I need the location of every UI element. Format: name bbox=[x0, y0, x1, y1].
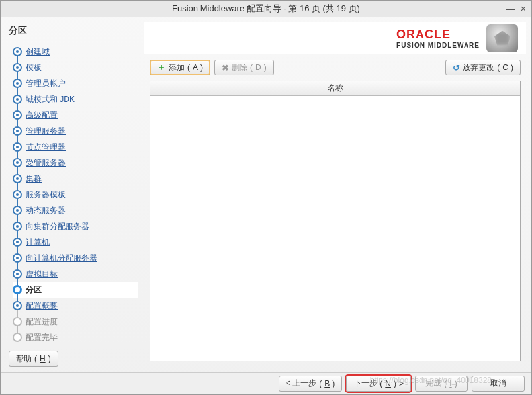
nav-step-15: 分区 bbox=[13, 282, 138, 298]
nav-bullet-icon bbox=[13, 269, 22, 279]
nav-label: 分区 bbox=[26, 285, 42, 296]
nav-bullet-icon bbox=[13, 47, 22, 56]
minimize-icon[interactable]: — bbox=[506, 3, 515, 14]
finish-button: 完成(I) bbox=[415, 376, 468, 392]
nav-step-1[interactable]: 模板 bbox=[13, 60, 138, 75]
nav-step-13[interactable]: 向计算机分配服务器 bbox=[13, 250, 138, 266]
toolbar: ＋ 添加(A) ✖ 删除(D) ↺ 放弃更改(C) bbox=[144, 54, 526, 81]
nav-label: 高级配置 bbox=[26, 110, 58, 121]
nav-step-2[interactable]: 管理员帐户 bbox=[13, 75, 138, 91]
nav-label: 管理员帐户 bbox=[26, 78, 66, 89]
nav-bullet-icon bbox=[13, 253, 22, 263]
nav-bullet-icon bbox=[13, 238, 22, 247]
nav-step-12[interactable]: 计算机 bbox=[13, 234, 138, 250]
oracle-pentagon-icon bbox=[486, 24, 518, 52]
nav-step-0[interactable]: 创建域 bbox=[13, 44, 138, 60]
nav-bullet-icon bbox=[13, 317, 22, 326]
nav-step-10[interactable]: 动态服务器 bbox=[13, 202, 138, 218]
nav-label: 向集群分配服务器 bbox=[26, 221, 89, 232]
plus-icon: ＋ bbox=[157, 62, 166, 73]
nav-label: 虚拟目标 bbox=[26, 269, 58, 280]
nav-label: 模板 bbox=[26, 62, 42, 73]
nav-label: 计算机 bbox=[26, 237, 50, 248]
nav-label: 向计算机分配服务器 bbox=[26, 253, 97, 264]
next-button[interactable]: 下一步(N)> bbox=[346, 376, 411, 392]
nav-step-5[interactable]: 管理服务器 bbox=[13, 123, 138, 139]
nav-bullet-icon bbox=[13, 110, 22, 120]
nav-label: 动态服务器 bbox=[26, 205, 66, 216]
nav-bullet-icon bbox=[13, 301, 22, 310]
close-icon[interactable]: × bbox=[521, 3, 526, 14]
nav-label: 配置进度 bbox=[26, 316, 58, 328]
nav-step-17: 配置进度 bbox=[13, 314, 138, 329]
nav-label: 服务器模板 bbox=[26, 189, 66, 200]
nav-step-18: 配置完毕 bbox=[13, 329, 138, 345]
oracle-subtitle: FUSION MIDDLEWARE bbox=[396, 42, 480, 49]
nav-step-7[interactable]: 受管服务器 bbox=[13, 155, 138, 171]
nav-bullet-icon bbox=[13, 174, 22, 183]
brand-header: ORACLE FUSION MIDDLEWARE bbox=[144, 22, 526, 54]
nav-list: 创建域模板管理员帐户域模式和 JDK高级配置管理服务器节点管理器受管服务器集群服… bbox=[6, 44, 138, 345]
nav-bullet-icon bbox=[13, 158, 22, 167]
titlebar: Fusion Middleware 配置向导 - 第 16 页 (共 19 页)… bbox=[1, 1, 531, 17]
oracle-logo: ORACLE bbox=[396, 28, 451, 42]
nav-bullet-icon bbox=[13, 95, 22, 104]
cancel-button[interactable]: 取消 bbox=[472, 376, 525, 392]
help-button[interactable]: 帮助(H) bbox=[9, 351, 58, 367]
revert-icon: ↺ bbox=[453, 63, 460, 73]
nav-label: 节点管理器 bbox=[26, 142, 66, 153]
nav-bullet-icon bbox=[13, 333, 22, 342]
back-button[interactable]: < 上一步(B) bbox=[279, 376, 342, 392]
nav-bullet-icon bbox=[13, 190, 22, 199]
discard-changes-button[interactable]: ↺ 放弃更改(C) bbox=[445, 60, 521, 75]
nav-step-14[interactable]: 虚拟目标 bbox=[13, 266, 138, 282]
nav-label: 管理服务器 bbox=[26, 126, 66, 137]
nav-bullet-icon bbox=[13, 142, 22, 152]
nav-label: 集群 bbox=[26, 173, 42, 185]
nav-label: 受管服务器 bbox=[26, 157, 66, 169]
section-title: 分区 bbox=[6, 22, 138, 44]
nav-label: 配置完毕 bbox=[26, 332, 58, 343]
nav-label: 创建域 bbox=[26, 46, 50, 58]
grid-body[interactable] bbox=[150, 96, 520, 361]
nav-bullet-icon bbox=[13, 63, 22, 72]
add-button[interactable]: ＋ 添加(A) bbox=[150, 60, 210, 75]
nav-step-9[interactable]: 服务器模板 bbox=[13, 187, 138, 202]
nav-step-6[interactable]: 节点管理器 bbox=[13, 139, 138, 155]
nav-bullet-icon bbox=[13, 126, 22, 136]
window-title: Fusion Middleware 配置向导 - 第 16 页 (共 19 页) bbox=[172, 3, 360, 15]
nav-bullet-icon bbox=[13, 222, 22, 231]
footer: < 上一步(B) 下一步(N)> 完成(I) 取消 bbox=[1, 372, 531, 394]
grid-column-header: 名称 bbox=[150, 81, 520, 96]
x-icon: ✖ bbox=[222, 63, 229, 73]
nav-step-8[interactable]: 集群 bbox=[13, 171, 138, 187]
nav-step-11[interactable]: 向集群分配服务器 bbox=[13, 218, 138, 234]
delete-button: ✖ 删除(D) bbox=[214, 60, 274, 75]
data-grid[interactable]: 名称 bbox=[150, 81, 521, 361]
nav-step-4[interactable]: 高级配置 bbox=[13, 107, 138, 123]
right-panel: ORACLE FUSION MIDDLEWARE ＋ 添加(A) ✖ 删除(D) bbox=[144, 22, 526, 367]
nav-bullet-icon bbox=[13, 285, 22, 294]
left-panel: 分区 创建域模板管理员帐户域模式和 JDK高级配置管理服务器节点管理器受管服务器… bbox=[6, 22, 138, 367]
nav-step-3[interactable]: 域模式和 JDK bbox=[13, 91, 138, 107]
nav-bullet-icon bbox=[13, 206, 22, 215]
nav-label: 域模式和 JDK bbox=[26, 94, 75, 105]
nav-label: 配置概要 bbox=[26, 300, 58, 312]
nav-step-16[interactable]: 配置概要 bbox=[13, 298, 138, 314]
nav-bullet-icon bbox=[13, 79, 22, 88]
